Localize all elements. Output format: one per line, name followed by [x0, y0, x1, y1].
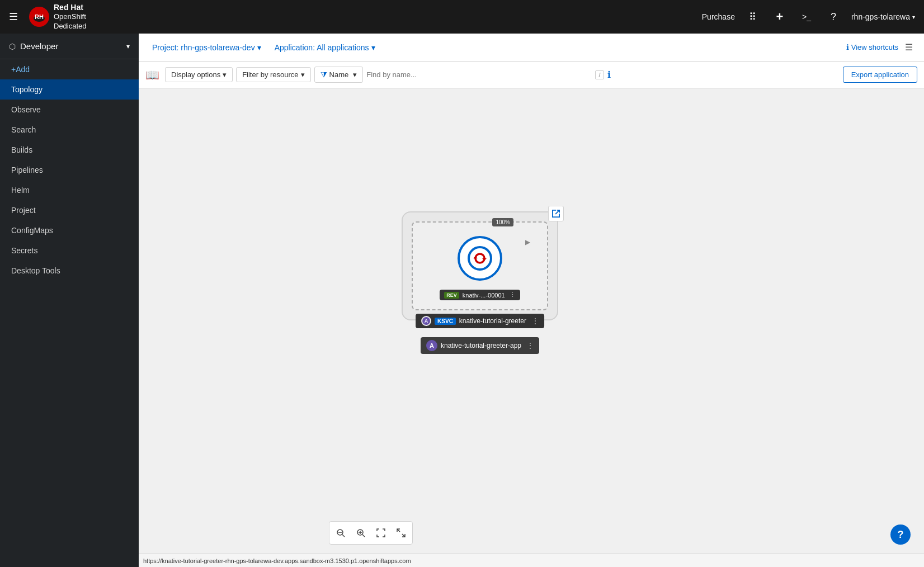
name-filter-dropdown-icon: ▾ — [353, 70, 357, 79]
svg-line-13 — [362, 535, 365, 537]
help-icon[interactable]: ? — [824, 8, 842, 26]
display-options-button[interactable]: Display options ▾ — [165, 67, 233, 82]
navbar-actions: Purchase ⠿ + >_ ? rhn-gps-tolarewa — [702, 8, 915, 26]
project-dropdown-icon: ▾ — [257, 43, 261, 52]
project-selector[interactable]: Project: rhn-gps-tolarewa-dev ▾ — [148, 41, 266, 54]
sidebar-item-search[interactable]: Search — [0, 120, 139, 140]
sidebar-item-pipelines[interactable]: Pipelines — [0, 160, 139, 180]
display-options-dropdown-icon: ▾ — [223, 70, 227, 79]
route-arrow-icon: ▶ — [525, 238, 530, 246]
sidebar-item-helm[interactable]: Helm — [0, 180, 139, 200]
topology-group: 100% ▶ — [402, 211, 558, 354]
rev-context-menu[interactable]: ⋮ — [510, 291, 516, 299]
hamburger-button[interactable]: ☰ — [9, 11, 18, 23]
sidebar-item-builds[interactable]: Builds — [0, 140, 139, 160]
svg-point-4 — [469, 247, 491, 270]
zoom-in-icon — [356, 528, 365, 537]
status-url: https://knative-tutorial-greeter-rhn-gps… — [143, 557, 411, 564]
sidebar-item-desktoptools[interactable]: Desktop Tools — [0, 261, 139, 281]
ksvc-context-menu[interactable]: ⋮ — [532, 317, 539, 325]
topology-canvas: 100% ▶ — [139, 88, 924, 567]
name-filter-group: ⧩ Name ▾ — [314, 67, 364, 83]
app-group-context-menu[interactable]: ⋮ — [527, 342, 534, 349]
application-selector[interactable]: Application: All applications ▾ — [270, 41, 380, 54]
sidebar-item-observe[interactable]: Observe — [0, 100, 139, 120]
sidebar-item-add[interactable]: +Add — [0, 59, 139, 79]
inner-revision-box: 100% ▶ — [412, 221, 548, 310]
external-link-icon[interactable] — [548, 206, 564, 221]
application-dropdown-icon: ▾ — [371, 43, 375, 52]
terminal-icon[interactable]: >_ — [798, 8, 815, 26]
list-view-icon[interactable]: ☰ — [903, 40, 915, 55]
fit-icon — [376, 528, 385, 537]
reset-icon — [397, 528, 406, 537]
percent-badge: 100% — [492, 218, 513, 226]
sidebar-item-configmaps[interactable]: ConfigMaps — [0, 220, 139, 240]
sync-icon-wrapper — [466, 245, 493, 272]
ksvc-side-icon: A — [421, 316, 431, 326]
ksvc-label: A KSVC knative-tutorial-greeter ⋮ — [416, 314, 544, 328]
svg-line-9 — [342, 535, 345, 537]
export-application-button[interactable]: Export application — [843, 67, 917, 83]
apps-grid-icon[interactable]: ⠿ — [744, 8, 762, 26]
redhat-logo-icon: RH — [29, 7, 49, 27]
fit-to-screen-button[interactable] — [372, 524, 390, 542]
app-group-name: knative-tutorial-greeter-app — [441, 342, 521, 349]
reset-view-button[interactable] — [392, 524, 410, 542]
zoom-out-icon — [336, 528, 345, 537]
help-button[interactable]: ? — [890, 525, 911, 545]
filter-funnel-icon: ⧩ — [320, 70, 327, 79]
app-group-label: A knative-tutorial-greeter-app ⋮ — [421, 337, 539, 354]
sync-icon — [466, 245, 493, 272]
purchase-link[interactable]: Purchase — [702, 12, 735, 21]
ksvc-node[interactable]: 100% ▶ — [402, 211, 558, 320]
rev-badge: REV — [444, 292, 459, 299]
navbar: ☰ RH Red Hat OpenShift Dedicated Purchas… — [0, 0, 924, 34]
svg-marker-5 — [473, 256, 478, 258]
filter-toolbar: 📖 Display options ▾ Filter by resource ▾… — [139, 62, 924, 88]
search-slash-hint: / — [595, 70, 604, 79]
secondary-toolbar: Project: rhn-gps-tolarewa-dev ▾ Applicat… — [139, 34, 924, 62]
filter-by-resource-button[interactable]: Filter by resource ▾ — [236, 67, 310, 82]
rev-name: knativ-...-00001 — [463, 292, 505, 299]
view-shortcuts-button[interactable]: ℹ View shortcuts — [846, 43, 898, 51]
ksvc-badge: KSVC — [435, 318, 456, 325]
user-menu[interactable]: rhn-gps-tolarewa — [851, 12, 915, 21]
svg-text:RH: RH — [35, 13, 44, 20]
main-content: Project: rhn-gps-tolarewa-dev ▾ Applicat… — [139, 34, 924, 567]
rev-label: REV knativ-...-00001 ⋮ — [440, 290, 520, 300]
zoom-in-button[interactable] — [352, 524, 370, 542]
question-circle-icon: ℹ — [846, 43, 849, 51]
search-info-icon[interactable]: ℹ — [607, 69, 611, 80]
zoom-out-button[interactable] — [332, 524, 350, 542]
sidebar-item-project[interactable]: Project — [0, 200, 139, 220]
zoom-toolbar — [329, 521, 413, 545]
sidebar: Developer +Add Topology Observe Search B… — [0, 34, 139, 567]
book-icon[interactable]: 📖 — [145, 68, 159, 82]
brand-name: Red Hat OpenShift Dedicated — [54, 2, 87, 31]
service-circle-node[interactable] — [458, 236, 502, 281]
svg-marker-6 — [482, 258, 487, 261]
filter-by-resource-dropdown-icon: ▾ — [301, 70, 305, 79]
sidebar-developer-label: Developer — [20, 41, 58, 51]
external-link-svg — [552, 210, 560, 218]
brand-logo: RH Red Hat OpenShift Dedicated — [29, 2, 87, 31]
layout: Developer +Add Topology Observe Search B… — [0, 34, 924, 567]
sidebar-item-topology[interactable]: Topology — [0, 79, 139, 100]
add-icon[interactable]: + — [771, 8, 789, 26]
ksvc-name: knative-tutorial-greeter — [459, 317, 526, 325]
status-bar: https://knative-tutorial-greeter-rhn-gps… — [139, 554, 924, 567]
search-input[interactable] — [366, 70, 592, 79]
sidebar-developer-toggle[interactable]: Developer — [0, 34, 139, 59]
sidebar-item-secrets[interactable]: Secrets — [0, 240, 139, 261]
app-label-icon: A — [426, 340, 437, 351]
